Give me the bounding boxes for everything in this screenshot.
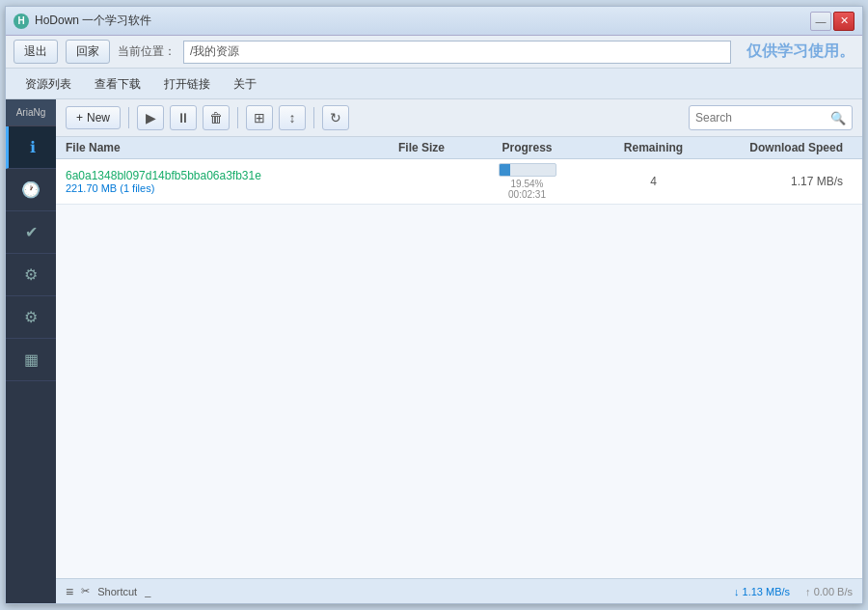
window-controls: — ✕ (810, 12, 854, 31)
status-right: ↓ 1.13 MB/s ↑ 0.00 B/s (734, 586, 853, 597)
grid-button[interactable]: ⊞ (246, 105, 273, 130)
refresh-button[interactable]: ↻ (322, 105, 349, 130)
gear-advanced-icon: ⚙ (24, 308, 38, 326)
progress-time: 19.54% 00:02:31 (508, 179, 546, 200)
clock-icon: 🕐 (21, 180, 41, 199)
sidebar-user-label: AriaNg (6, 99, 56, 126)
pause-icon: ⏸ (176, 110, 190, 125)
col-header-speed: Download Speed (717, 141, 853, 154)
plus-icon: + (76, 111, 83, 125)
statusbar: ≡ ✂ Shortcut _ ↓ 1.13 MB/s ↑ 0.00 B/s (56, 578, 862, 603)
location-bar[interactable]: /我的资源 (183, 41, 731, 64)
col-header-filename: File Name (66, 141, 318, 154)
refresh-icon: ↻ (330, 110, 341, 125)
sidebar-item-server[interactable]: ▦ (6, 339, 56, 381)
tab-resource-list[interactable]: 资源列表 (14, 72, 83, 98)
app-icon: H (14, 14, 29, 29)
arrow-up-icon: ↑ (805, 586, 811, 597)
search-input[interactable] (695, 111, 830, 125)
info-icon: ℹ (30, 138, 36, 156)
pause-button[interactable]: ⏸ (170, 105, 197, 130)
sidebar-item-history[interactable]: 🕐 (6, 169, 56, 211)
search-icon: 🔍 (830, 111, 846, 125)
row-name: 6a0a1348bl097d14bfb5bba06a3fb31e 221.70 … (66, 169, 318, 194)
col-header-filesize: File Size (318, 141, 464, 154)
table-header: File Name File Size Progress Remaining D… (56, 137, 862, 159)
sidebar-item-settings[interactable]: ⚙ (6, 254, 56, 296)
app-title: HoDown 一个学习软件 (35, 13, 810, 29)
minimize-button[interactable]: — (810, 12, 831, 31)
separator-2 (237, 107, 238, 128)
arrow-down-icon: ↓ (734, 586, 740, 597)
delete-icon: 🗑 (209, 110, 223, 125)
delete-button[interactable]: 🗑 (203, 105, 230, 130)
hamburger-icon[interactable]: ≡ (66, 584, 73, 599)
tab-open-link[interactable]: 打开链接 (152, 72, 222, 98)
tab-downloads[interactable]: 查看下载 (83, 72, 152, 98)
sidebar: AriaNg ℹ 🕐 ✔ ⚙ ⚙ ▦ (6, 99, 56, 603)
filesize-link[interactable]: 221.70 MB (1 files) (66, 182, 154, 194)
location-value: /我的资源 (190, 43, 239, 60)
separator-1 (128, 107, 129, 128)
tab-about[interactable]: 关于 (222, 72, 268, 98)
upload-speed: ↑ 0.00 B/s (805, 586, 853, 597)
table-row[interactable]: 6a0a1348bl097d14bfb5bba06a3fb31e 221.70 … (56, 159, 862, 205)
navbar: 退出 回家 当前位置： /我的资源 仅供学习使用。 (6, 36, 862, 69)
grid-icon: ⊞ (254, 110, 265, 125)
location-prefix: 当前位置： (118, 43, 176, 60)
col-header-remaining: Remaining (590, 141, 717, 154)
new-button[interactable]: + New (66, 106, 121, 129)
status-left: ≡ ✂ Shortcut _ (66, 584, 150, 599)
row-remaining: 4 (590, 175, 717, 188)
sidebar-item-completed[interactable]: ✔ (6, 211, 56, 254)
sort-button[interactable]: ↕ (279, 105, 306, 130)
table-body: 6a0a1348bl097d14bfb5bba06a3fb31e 221.70 … (56, 159, 862, 578)
sidebar-item-info[interactable]: ℹ (6, 126, 56, 169)
shortcut-label[interactable]: Shortcut (97, 586, 137, 597)
watermark: 仅供学习使用。 (746, 42, 854, 62)
server-icon: ▦ (24, 350, 39, 369)
app-window: H HoDown 一个学习软件 — ✕ 退出 回家 当前位置： /我的资源 仅供… (5, 6, 863, 604)
main-area: AriaNg ℹ 🕐 ✔ ⚙ ⚙ ▦ (6, 99, 862, 603)
col-header-progress: Progress (464, 141, 590, 154)
row-speed: 1.17 MB/s (717, 175, 853, 188)
fileinfo: 221.70 MB (1 files) (66, 182, 318, 194)
separator-3 (313, 107, 314, 128)
tabbar: 资源列表 查看下载 打开链接 关于 (6, 69, 862, 99)
row-progress: 19.54% 00:02:31 (464, 163, 590, 200)
new-label: New (87, 111, 110, 125)
content-panel: + New ▶ ⏸ 🗑 ⊞ ↕ (56, 99, 862, 603)
gear-icon: ⚙ (24, 265, 38, 284)
search-box[interactable]: 🔍 (689, 105, 853, 130)
download-speed: ↓ 1.13 MB/s (734, 586, 790, 597)
shortcut-underscore: _ (145, 586, 150, 597)
titlebar: H HoDown 一个学习软件 — ✕ (6, 7, 862, 36)
play-icon: ▶ (146, 110, 156, 125)
check-icon: ✔ (25, 223, 38, 241)
toolbar: + New ▶ ⏸ 🗑 ⊞ ↕ (56, 99, 862, 137)
progress-bar-bg (499, 163, 556, 177)
back-button[interactable]: 退出 (14, 40, 58, 64)
sort-icon: ↕ (289, 110, 296, 125)
close-button[interactable]: ✕ (833, 12, 854, 31)
play-button[interactable]: ▶ (137, 105, 164, 130)
progress-bar-fill (500, 164, 510, 176)
sidebar-item-advanced[interactable]: ⚙ (6, 296, 56, 339)
shortcut-icon: ✂ (81, 585, 90, 597)
filename: 6a0a1348bl097d14bfb5bba06a3fb31e (66, 169, 318, 182)
home-button[interactable]: 回家 (66, 40, 110, 64)
